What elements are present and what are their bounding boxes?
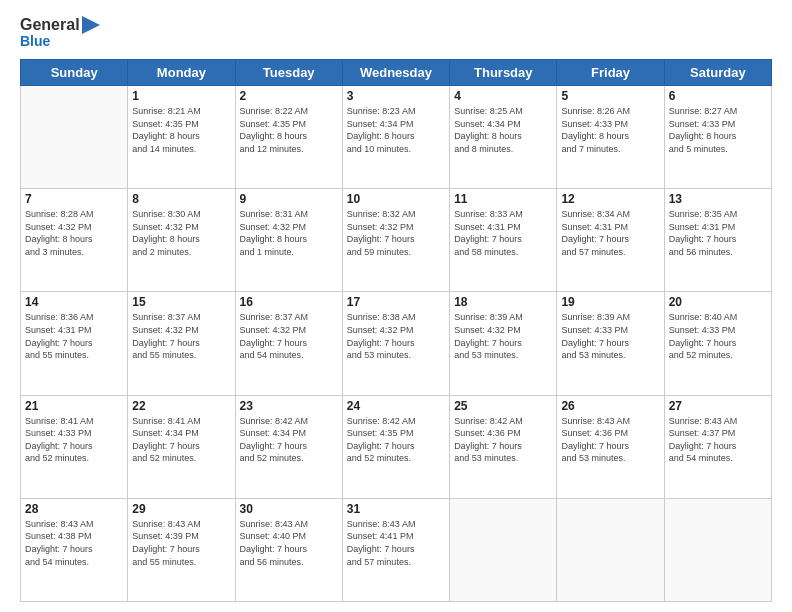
calendar-cell: 5Sunrise: 8:26 AM Sunset: 4:33 PM Daylig… xyxy=(557,85,664,188)
calendar-cell: 17Sunrise: 8:38 AM Sunset: 4:32 PM Dayli… xyxy=(342,292,449,395)
calendar-cell: 18Sunrise: 8:39 AM Sunset: 4:32 PM Dayli… xyxy=(450,292,557,395)
weekday-header-monday: Monday xyxy=(128,59,235,85)
weekday-header-saturday: Saturday xyxy=(664,59,771,85)
calendar-cell: 30Sunrise: 8:43 AM Sunset: 4:40 PM Dayli… xyxy=(235,498,342,601)
calendar-cell: 4Sunrise: 8:25 AM Sunset: 4:34 PM Daylig… xyxy=(450,85,557,188)
day-info: Sunrise: 8:31 AM Sunset: 4:32 PM Dayligh… xyxy=(240,208,338,258)
day-number: 18 xyxy=(454,295,552,309)
day-info: Sunrise: 8:36 AM Sunset: 4:31 PM Dayligh… xyxy=(25,311,123,361)
calendar-header-row: SundayMondayTuesdayWednesdayThursdayFrid… xyxy=(21,59,772,85)
calendar-cell: 8Sunrise: 8:30 AM Sunset: 4:32 PM Daylig… xyxy=(128,189,235,292)
calendar-week-row: 28Sunrise: 8:43 AM Sunset: 4:38 PM Dayli… xyxy=(21,498,772,601)
day-info: Sunrise: 8:21 AM Sunset: 4:35 PM Dayligh… xyxy=(132,105,230,155)
day-number: 26 xyxy=(561,399,659,413)
calendar-cell: 1Sunrise: 8:21 AM Sunset: 4:35 PM Daylig… xyxy=(128,85,235,188)
logo-wrap: GeneralBlue xyxy=(20,16,80,49)
calendar-table: SundayMondayTuesdayWednesdayThursdayFrid… xyxy=(20,59,772,602)
day-number: 31 xyxy=(347,502,445,516)
day-info: Sunrise: 8:32 AM Sunset: 4:32 PM Dayligh… xyxy=(347,208,445,258)
calendar-cell xyxy=(21,85,128,188)
day-number: 11 xyxy=(454,192,552,206)
weekday-header-tuesday: Tuesday xyxy=(235,59,342,85)
day-info: Sunrise: 8:43 AM Sunset: 4:36 PM Dayligh… xyxy=(561,415,659,465)
day-number: 2 xyxy=(240,89,338,103)
day-info: Sunrise: 8:43 AM Sunset: 4:39 PM Dayligh… xyxy=(132,518,230,568)
calendar-cell: 21Sunrise: 8:41 AM Sunset: 4:33 PM Dayli… xyxy=(21,395,128,498)
day-number: 7 xyxy=(25,192,123,206)
day-info: Sunrise: 8:28 AM Sunset: 4:32 PM Dayligh… xyxy=(25,208,123,258)
calendar-cell: 23Sunrise: 8:42 AM Sunset: 4:34 PM Dayli… xyxy=(235,395,342,498)
day-number: 19 xyxy=(561,295,659,309)
day-info: Sunrise: 8:40 AM Sunset: 4:33 PM Dayligh… xyxy=(669,311,767,361)
day-number: 22 xyxy=(132,399,230,413)
day-info: Sunrise: 8:22 AM Sunset: 4:35 PM Dayligh… xyxy=(240,105,338,155)
day-info: Sunrise: 8:43 AM Sunset: 4:38 PM Dayligh… xyxy=(25,518,123,568)
day-info: Sunrise: 8:42 AM Sunset: 4:34 PM Dayligh… xyxy=(240,415,338,465)
calendar-cell: 19Sunrise: 8:39 AM Sunset: 4:33 PM Dayli… xyxy=(557,292,664,395)
day-info: Sunrise: 8:27 AM Sunset: 4:33 PM Dayligh… xyxy=(669,105,767,155)
day-number: 30 xyxy=(240,502,338,516)
calendar-body: 1Sunrise: 8:21 AM Sunset: 4:35 PM Daylig… xyxy=(21,85,772,601)
day-info: Sunrise: 8:23 AM Sunset: 4:34 PM Dayligh… xyxy=(347,105,445,155)
day-info: Sunrise: 8:37 AM Sunset: 4:32 PM Dayligh… xyxy=(132,311,230,361)
day-info: Sunrise: 8:41 AM Sunset: 4:33 PM Dayligh… xyxy=(25,415,123,465)
calendar-cell: 10Sunrise: 8:32 AM Sunset: 4:32 PM Dayli… xyxy=(342,189,449,292)
day-number: 3 xyxy=(347,89,445,103)
svg-marker-0 xyxy=(82,16,100,34)
day-info: Sunrise: 8:43 AM Sunset: 4:41 PM Dayligh… xyxy=(347,518,445,568)
day-number: 15 xyxy=(132,295,230,309)
calendar-week-row: 1Sunrise: 8:21 AM Sunset: 4:35 PM Daylig… xyxy=(21,85,772,188)
day-number: 9 xyxy=(240,192,338,206)
page-header: GeneralBlue xyxy=(20,16,772,49)
calendar-cell: 12Sunrise: 8:34 AM Sunset: 4:31 PM Dayli… xyxy=(557,189,664,292)
calendar-cell: 29Sunrise: 8:43 AM Sunset: 4:39 PM Dayli… xyxy=(128,498,235,601)
logo-arrow-icon xyxy=(82,16,100,34)
day-number: 29 xyxy=(132,502,230,516)
day-info: Sunrise: 8:43 AM Sunset: 4:37 PM Dayligh… xyxy=(669,415,767,465)
day-number: 6 xyxy=(669,89,767,103)
day-info: Sunrise: 8:42 AM Sunset: 4:35 PM Dayligh… xyxy=(347,415,445,465)
day-info: Sunrise: 8:42 AM Sunset: 4:36 PM Dayligh… xyxy=(454,415,552,465)
calendar-cell: 15Sunrise: 8:37 AM Sunset: 4:32 PM Dayli… xyxy=(128,292,235,395)
day-number: 28 xyxy=(25,502,123,516)
calendar-cell: 31Sunrise: 8:43 AM Sunset: 4:41 PM Dayli… xyxy=(342,498,449,601)
day-number: 13 xyxy=(669,192,767,206)
weekday-header-wednesday: Wednesday xyxy=(342,59,449,85)
day-number: 17 xyxy=(347,295,445,309)
logo: GeneralBlue xyxy=(20,16,80,49)
day-info: Sunrise: 8:38 AM Sunset: 4:32 PM Dayligh… xyxy=(347,311,445,361)
day-info: Sunrise: 8:26 AM Sunset: 4:33 PM Dayligh… xyxy=(561,105,659,155)
calendar-cell: 6Sunrise: 8:27 AM Sunset: 4:33 PM Daylig… xyxy=(664,85,771,188)
day-number: 21 xyxy=(25,399,123,413)
day-info: Sunrise: 8:25 AM Sunset: 4:34 PM Dayligh… xyxy=(454,105,552,155)
calendar-cell: 16Sunrise: 8:37 AM Sunset: 4:32 PM Dayli… xyxy=(235,292,342,395)
calendar-cell: 2Sunrise: 8:22 AM Sunset: 4:35 PM Daylig… xyxy=(235,85,342,188)
calendar-cell: 25Sunrise: 8:42 AM Sunset: 4:36 PM Dayli… xyxy=(450,395,557,498)
calendar-cell: 13Sunrise: 8:35 AM Sunset: 4:31 PM Dayli… xyxy=(664,189,771,292)
day-info: Sunrise: 8:41 AM Sunset: 4:34 PM Dayligh… xyxy=(132,415,230,465)
calendar-cell: 22Sunrise: 8:41 AM Sunset: 4:34 PM Dayli… xyxy=(128,395,235,498)
calendar-cell xyxy=(450,498,557,601)
calendar-cell: 9Sunrise: 8:31 AM Sunset: 4:32 PM Daylig… xyxy=(235,189,342,292)
day-number: 1 xyxy=(132,89,230,103)
day-number: 24 xyxy=(347,399,445,413)
day-number: 5 xyxy=(561,89,659,103)
day-number: 25 xyxy=(454,399,552,413)
day-info: Sunrise: 8:43 AM Sunset: 4:40 PM Dayligh… xyxy=(240,518,338,568)
day-info: Sunrise: 8:39 AM Sunset: 4:32 PM Dayligh… xyxy=(454,311,552,361)
calendar-cell: 11Sunrise: 8:33 AM Sunset: 4:31 PM Dayli… xyxy=(450,189,557,292)
calendar-cell: 14Sunrise: 8:36 AM Sunset: 4:31 PM Dayli… xyxy=(21,292,128,395)
day-number: 14 xyxy=(25,295,123,309)
day-number: 12 xyxy=(561,192,659,206)
day-number: 27 xyxy=(669,399,767,413)
day-number: 8 xyxy=(132,192,230,206)
day-number: 4 xyxy=(454,89,552,103)
calendar-cell: 27Sunrise: 8:43 AM Sunset: 4:37 PM Dayli… xyxy=(664,395,771,498)
weekday-header-friday: Friday xyxy=(557,59,664,85)
calendar-week-row: 14Sunrise: 8:36 AM Sunset: 4:31 PM Dayli… xyxy=(21,292,772,395)
calendar-cell: 24Sunrise: 8:42 AM Sunset: 4:35 PM Dayli… xyxy=(342,395,449,498)
calendar-cell: 26Sunrise: 8:43 AM Sunset: 4:36 PM Dayli… xyxy=(557,395,664,498)
calendar-cell xyxy=(664,498,771,601)
day-info: Sunrise: 8:34 AM Sunset: 4:31 PM Dayligh… xyxy=(561,208,659,258)
day-info: Sunrise: 8:35 AM Sunset: 4:31 PM Dayligh… xyxy=(669,208,767,258)
